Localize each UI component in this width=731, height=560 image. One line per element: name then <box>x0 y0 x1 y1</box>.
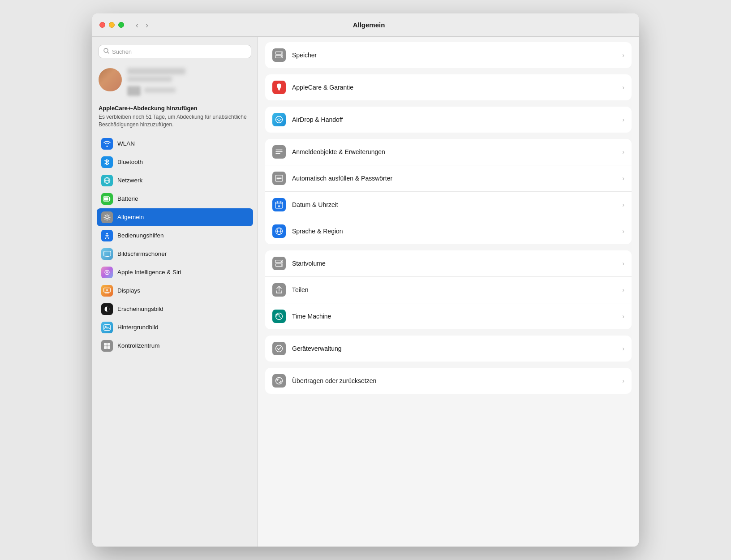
sidebar-item-hintergrundbild[interactable]: Hintergrundbild <box>97 319 253 336</box>
settings-row-geraeteverwaltung[interactable]: Geräteverwaltung › <box>265 336 632 362</box>
settings-row-speicher[interactable]: Speicher › <box>265 42 632 68</box>
svg-rect-21 <box>104 343 107 346</box>
sidebar-item-bluetooth[interactable]: Bluetooth <box>97 153 253 171</box>
anmeldeobjekte-chevron: › <box>622 148 624 155</box>
airdrop-label: AirDrop & Handoff <box>292 116 616 123</box>
sprache-label: Sprache & Region <box>292 228 616 235</box>
back-button[interactable]: ‹ <box>133 20 141 30</box>
applecare-chevron: › <box>622 84 624 91</box>
forward-button[interactable]: › <box>143 20 151 30</box>
svg-point-52 <box>276 378 283 384</box>
settings-row-uebertragen[interactable]: Übertragen oder zurücksetzen › <box>265 368 632 394</box>
datum-chevron: › <box>622 201 624 208</box>
sidebar-label-bluetooth: Bluetooth <box>117 159 143 165</box>
content-pane: Speicher › AppleCare & Garantie › <box>258 37 639 547</box>
settings-group-uebertragen: Übertragen oder zurücksetzen › <box>265 368 632 394</box>
svg-point-27 <box>281 52 282 53</box>
settings-row-datum[interactable]: ▣ Datum & Uhrzeit › <box>265 192 632 218</box>
sidebar-item-erscheinungsbild[interactable]: Erscheinungsbild <box>97 300 253 318</box>
settings-row-anmeldeobjekte[interactable]: Anmeldeobjekte & Erweiterungen › <box>265 139 632 165</box>
svg-rect-23 <box>104 346 107 349</box>
profile-name <box>127 68 185 74</box>
sidebar: Suchen AppleCare+-Abde <box>92 37 258 547</box>
settings-group-misc: Anmeldeobjekte & Erweiterungen › Automat… <box>265 139 632 244</box>
speicher-label: Speicher <box>292 52 616 59</box>
sidebar-section: WLAN Bluetooth <box>92 135 258 355</box>
settings-row-airdrop[interactable]: AirDrop & Handoff › <box>265 107 632 133</box>
sidebar-label-allgemein: Allgemein <box>117 214 144 220</box>
settings-row-autofill[interactable]: Automatisch ausfüllen & Passwörter › <box>265 165 632 192</box>
svg-point-49 <box>281 264 282 265</box>
time-machine-chevron: › <box>622 313 624 320</box>
svg-rect-24 <box>108 346 111 349</box>
sidebar-item-bedienungshilfen[interactable]: Bedienungshilfen <box>97 227 253 245</box>
sidebar-label-netzwerk: Netzwerk <box>117 177 142 184</box>
sidebar-item-wlan[interactable]: WLAN <box>97 135 253 153</box>
sidebar-label-bedienungshilfen: Bedienungshilfen <box>117 232 164 239</box>
svg-rect-6 <box>104 197 108 200</box>
profile-sub-row <box>127 86 251 96</box>
svg-rect-9 <box>103 251 111 256</box>
speicher-icon <box>272 48 286 62</box>
svg-rect-19 <box>104 324 111 330</box>
airdrop-icon <box>272 113 286 126</box>
sidebar-label-displays: Displays <box>117 287 140 294</box>
settings-row-teilen[interactable]: Teilen › <box>265 277 632 303</box>
sidebar-item-bildschirmschoner[interactable]: Bildschirmschoner <box>97 245 253 263</box>
svg-rect-22 <box>108 343 111 346</box>
svg-point-28 <box>281 56 282 57</box>
startvolume-label: Startvolume <box>292 260 616 267</box>
settings-row-startvolume[interactable]: Startvolume › <box>265 250 632 277</box>
settings-group-startvolume: Startvolume › Teilen › <box>265 250 632 329</box>
close-button[interactable] <box>99 22 105 28</box>
sidebar-item-apple-intelligence[interactable]: Apple Intelligence & Siri <box>97 263 253 281</box>
svg-point-13 <box>106 271 108 273</box>
speicher-chevron: › <box>622 52 624 59</box>
svg-point-48 <box>281 261 282 262</box>
allgemein-icon <box>101 211 113 223</box>
settings-group-geraeteverwaltung: Geräteverwaltung › <box>265 336 632 362</box>
netzwerk-icon <box>101 175 113 186</box>
anmeldeobjekte-icon <box>272 145 286 159</box>
teilen-chevron: › <box>622 286 624 293</box>
teilen-icon <box>272 283 286 297</box>
sidebar-label-hintergrundbild: Hintergrundbild <box>117 324 159 331</box>
sidebar-label-batterie: Batterie <box>117 195 138 202</box>
autofill-chevron: › <box>622 175 624 182</box>
datum-label: Datum & Uhrzeit <box>292 201 616 208</box>
sidebar-item-displays[interactable]: Displays <box>97 282 253 300</box>
sidebar-item-kontrollzentrum[interactable]: Kontrollzentrum <box>97 337 253 355</box>
sidebar-label-bildschirmschoner: Bildschirmschoner <box>117 250 167 257</box>
svg-line-1 <box>108 52 109 54</box>
uebertragen-chevron: › <box>622 377 624 384</box>
minimize-button[interactable] <box>109 22 115 28</box>
geraeteverwaltung-chevron: › <box>622 345 624 352</box>
airdrop-chevron: › <box>622 116 624 123</box>
sidebar-item-netzwerk[interactable]: Netzwerk <box>97 172 253 190</box>
settings-row-applecare[interactable]: AppleCare & Garantie › <box>265 74 632 100</box>
svg-point-51 <box>276 345 283 352</box>
profile-section[interactable] <box>92 65 258 103</box>
maximize-button[interactable] <box>118 22 124 28</box>
hintergrundbild-icon <box>101 322 113 333</box>
search-box[interactable]: Suchen <box>99 45 251 58</box>
settings-row-sprache[interactable]: Sprache & Region › <box>265 218 632 244</box>
window-title: Allgemein <box>151 21 587 29</box>
startvolume-chevron: › <box>622 260 624 267</box>
settings-row-time-machine[interactable]: Time Machine › <box>265 303 632 329</box>
titlebar: ‹ › Allgemein <box>92 13 639 37</box>
svg-point-7 <box>106 216 108 219</box>
settings-group-airdrop: AirDrop & Handoff › <box>265 107 632 133</box>
bildschirmschoner-icon <box>101 248 113 260</box>
teilen-label: Teilen <box>292 286 616 293</box>
profile-sub-text <box>144 88 176 92</box>
applecare-label: AppleCare & Garantie <box>292 84 616 91</box>
search-container: Suchen <box>92 42 258 65</box>
sidebar-item-allgemein[interactable]: Allgemein <box>97 208 253 226</box>
sidebar-item-batterie[interactable]: Batterie <box>97 190 253 208</box>
profile-sub-avatar <box>127 86 141 96</box>
sidebar-label-apple-intelligence: Apple Intelligence & Siri <box>117 269 181 276</box>
bedienungshilfen-icon <box>101 230 113 241</box>
geraeteverwaltung-icon <box>272 342 286 355</box>
wlan-icon <box>101 138 113 150</box>
